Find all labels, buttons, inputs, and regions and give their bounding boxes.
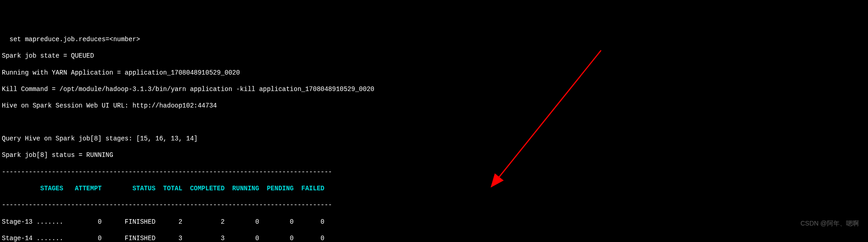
table-header: STAGES ATTEMPT STATUS TOTAL COMPLETED RU… [2, 184, 866, 193]
preamble-line-5: Hive on Spark Session Web UI URL: http:/… [2, 102, 866, 110]
preamble-line-2: Spark job state = QUEUED [2, 52, 866, 60]
table-row: Stage-13 ....... 0 FINISHED 2 2 0 0 0 [2, 218, 866, 226]
preamble-line-3: Running with YARN Application = applicat… [2, 69, 866, 77]
preamble-line-7: Spark job[8] status = RUNNING [2, 151, 866, 159]
preamble-line-6: Query Hive on Spark job[8] stages: [15, … [2, 134, 866, 143]
preamble-line-4: Kill Command = /opt/module/hadoop-3.1.3/… [2, 85, 866, 93]
table-top-border: ----------------------------------------… [2, 168, 866, 176]
blank-line [2, 118, 866, 126]
table-mid-border: ----------------------------------------… [2, 201, 866, 209]
table-row: Stage-14 ....... 0 FINISHED 3 3 0 0 0 [2, 234, 866, 242]
preamble-line-1: set mapreduce.job.reduces=<number> [2, 35, 866, 43]
